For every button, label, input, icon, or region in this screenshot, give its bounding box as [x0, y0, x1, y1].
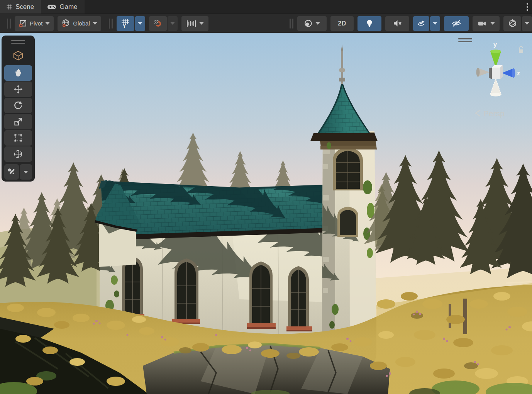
grid-y-icon: Y: [120, 19, 130, 28]
audio-muted-icon: [393, 20, 402, 27]
tools-panel-drag-handle[interactable]: [2, 38, 35, 47]
scene-render: [0, 33, 532, 394]
scene-toolbar: Pivot Global Y: [0, 14, 532, 33]
custom-tools-button[interactable]: [4, 164, 19, 180]
pivot-dropdown[interactable]: Pivot: [15, 16, 54, 31]
gamepad-icon: [47, 4, 56, 10]
rect-handles-icon: [13, 133, 23, 143]
tool-context[interactable]: [4, 47, 32, 65]
tab-bar: Scene Game: [0, 0, 532, 14]
hand-icon: [13, 68, 23, 78]
gizmo-z-label: z: [517, 70, 520, 76]
grid-visibility-dropdown[interactable]: [135, 16, 145, 31]
scale-tool[interactable]: [4, 114, 32, 129]
chevron-down-icon: [490, 22, 495, 25]
tools-overlay-panel: [2, 36, 35, 182]
grid-visibility-button[interactable]: Y: [117, 16, 134, 31]
chevron-down-icon: [199, 22, 204, 25]
move-arrows-icon: [13, 84, 23, 94]
gizmo-axis-neg-x[interactable]: [476, 68, 490, 77]
custom-tools-dropdown[interactable]: [20, 164, 32, 180]
gizmo-axis-neg-y[interactable]: [490, 78, 501, 97]
chevron-down-icon: [45, 22, 50, 25]
toolbar-drag-handle[interactable]: [290, 19, 293, 29]
gizmo-axis-y[interactable]: y: [490, 41, 501, 68]
projection-toggle[interactable]: Persp: [476, 109, 505, 118]
gizmo-center-cube[interactable]: [489, 65, 503, 79]
chevron-down-icon: [24, 171, 28, 173]
gizmos-button[interactable]: [503, 16, 521, 31]
grid-snapping-button[interactable]: [149, 16, 167, 31]
projection-label: Persp: [483, 109, 505, 118]
tab-game-label: Game: [59, 3, 77, 11]
orientation-label: Global: [73, 20, 90, 27]
cube-icon: [12, 50, 24, 61]
gizmo-y-label: y: [493, 41, 497, 48]
camera-settings-dropdown[interactable]: [473, 16, 500, 31]
2d-mode-label: 2D: [338, 20, 346, 27]
scene-visibility-button[interactable]: [444, 16, 469, 31]
globe-icon: [61, 19, 70, 28]
toolbar-drag-handle[interactable]: [7, 19, 11, 29]
tab-game[interactable]: Game: [41, 0, 84, 14]
effects-sparkle-icon: [417, 19, 425, 28]
orientation-gizmo[interactable]: y z Persp: [462, 36, 530, 119]
scene-grid-icon: [6, 4, 12, 10]
chevron-down-icon: [315, 22, 320, 25]
shading-mode-dropdown[interactable]: [297, 16, 327, 31]
grid-snapping-dropdown[interactable]: [168, 16, 178, 31]
rect-tool[interactable]: [4, 130, 32, 146]
grid-axis-letter: Y: [123, 24, 126, 28]
scene-viewport[interactable]: y z Persp: [0, 33, 532, 394]
tab-scene[interactable]: Scene: [0, 0, 41, 14]
orientation-dropdown[interactable]: Global: [58, 16, 101, 31]
increment-snap-dropdown[interactable]: [181, 16, 208, 31]
tab-scene-label: Scene: [15, 3, 34, 11]
kebab-menu-icon: [527, 3, 528, 5]
effects-dropdown[interactable]: [430, 16, 440, 31]
snap-ruler-icon: [186, 19, 197, 28]
wrench-pencil-icon: [7, 167, 16, 177]
rotate-icon: [13, 100, 23, 110]
rotate-tool[interactable]: [4, 98, 32, 113]
audio-toggle-button[interactable]: [385, 16, 409, 31]
transform-tool[interactable]: [4, 146, 32, 162]
unlock-icon[interactable]: [519, 46, 523, 53]
view-tool[interactable]: [4, 65, 32, 81]
eye-hidden-icon: [451, 19, 462, 27]
magnet-icon: [153, 19, 163, 28]
chevron-down-icon: [93, 22, 97, 25]
lightbulb-icon: [365, 19, 374, 28]
transform-icon: [13, 149, 23, 159]
toolbar-drag-handle[interactable]: [109, 19, 113, 29]
pivot-label: Pivot: [30, 20, 42, 27]
camera-icon: [478, 20, 488, 27]
gizmos-dropdown[interactable]: [522, 16, 532, 31]
2d-mode-button[interactable]: 2D: [330, 16, 354, 31]
scale-icon: [13, 117, 23, 127]
effects-button[interactable]: [413, 16, 429, 31]
gizmos-globe-icon: [508, 19, 517, 28]
pivot-icon: [19, 19, 27, 28]
gizmo-axis-z[interactable]: z: [502, 68, 520, 78]
tab-overflow-menu[interactable]: [523, 0, 532, 14]
scene-lighting-button[interactable]: [357, 16, 381, 31]
shaded-sphere-icon: [304, 19, 313, 28]
move-tool[interactable]: [4, 82, 32, 97]
